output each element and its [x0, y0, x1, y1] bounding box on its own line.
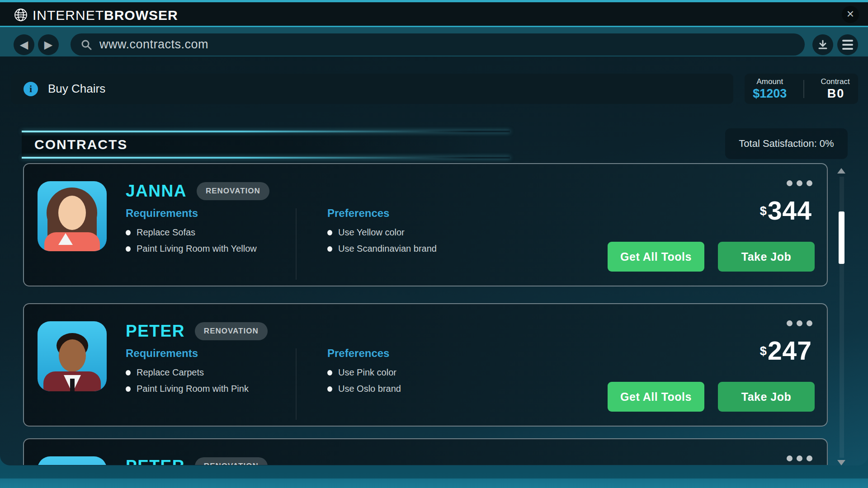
info-icon: i	[24, 82, 38, 96]
currency-symbol: $	[760, 344, 767, 358]
price-value: 344	[768, 196, 812, 225]
scroll-up-icon[interactable]	[837, 168, 845, 174]
scroll-down-icon[interactable]	[837, 460, 845, 465]
preference-item: Use Yellow color	[327, 227, 405, 238]
forward-button[interactable]: ▶	[38, 34, 59, 55]
band-glow-top	[22, 131, 510, 132]
client-name: PETER	[126, 322, 185, 341]
contract-card-peter: PETER RENOVATION Requirements Replace Ca…	[23, 303, 828, 427]
ellipsis-icon[interactable]	[787, 320, 812, 326]
titlebar: INTERNETBROWSER ×	[0, 2, 868, 26]
browser-title: INTERNETBROWSER	[33, 8, 178, 23]
currency-symbol: $	[760, 204, 767, 218]
wallet-contract: Contract B0	[821, 77, 849, 101]
menu-icon	[842, 40, 853, 50]
wallet-divider	[803, 80, 804, 98]
back-button[interactable]: ◀	[14, 34, 34, 55]
get-all-tools-button[interactable]: Get All Tools	[608, 382, 704, 412]
requirements-title: Requirements	[126, 347, 198, 360]
client-name: PETER	[126, 457, 185, 465]
contracts-header-band: CONTRACTS	[22, 131, 510, 159]
globe-icon	[14, 8, 28, 22]
objective-label: Buy Chairs	[48, 82, 105, 96]
amount-label: Amount	[753, 77, 787, 86]
take-job-button[interactable]: Take Job	[718, 242, 815, 272]
amount-value: $1203	[753, 87, 787, 101]
card-column-divider	[296, 208, 297, 280]
requirement-item: Replace Carpets	[126, 367, 204, 378]
close-icon[interactable]: ×	[842, 6, 859, 23]
browser-title-bold: BROWSER	[104, 8, 178, 23]
url-text: www.contracts.com	[99, 38, 208, 52]
requirement-item: Paint Living Room with Yellow	[126, 244, 257, 254]
avatar	[38, 181, 107, 251]
forward-icon: ▶	[44, 38, 52, 51]
contract-type-badge: RENOVATION	[195, 457, 268, 465]
price-value: 247	[768, 336, 812, 365]
contract-type-badge: RENOVATION	[195, 322, 268, 340]
ellipsis-icon[interactable]	[787, 180, 812, 186]
preferences-title: Preferences	[327, 207, 389, 220]
search-icon	[80, 39, 92, 51]
avatar	[38, 321, 107, 391]
contract-value-row: B0	[821, 87, 849, 101]
band-glow-bottom	[22, 157, 510, 159]
bitcoin-icon: B	[827, 87, 837, 101]
preference-item: Use Pink color	[327, 367, 396, 378]
card-column-divider	[296, 348, 297, 420]
browser-navbar: ◀ ▶ www.contracts.com	[0, 27, 868, 56]
contract-price: $247	[760, 336, 812, 366]
browser-title-regular: INTERNET	[33, 8, 104, 23]
contract-card-peter-2: PETER RENOVATION	[23, 438, 828, 465]
contract-label: Contract	[821, 77, 849, 86]
download-icon	[817, 39, 828, 50]
page-title: CONTRACTS	[34, 137, 127, 152]
contract-card-janna: JANNA RENOVATION Requirements Replace So…	[23, 163, 828, 286]
requirement-item: Paint Living Room with Pink	[126, 384, 249, 394]
client-name: JANNA	[126, 182, 187, 201]
wallet-panel: Amount $1203 Contract B0	[745, 74, 858, 104]
preference-item: Use Oslo brand	[327, 384, 401, 394]
get-all-tools-button[interactable]: Get All Tools	[608, 242, 704, 272]
requirement-item: Replace Sofas	[126, 227, 195, 238]
menu-button[interactable]	[837, 34, 858, 55]
contracts-list: JANNA RENOVATION Requirements Replace So…	[0, 163, 868, 465]
objective-bar: i Buy Chairs	[11, 74, 733, 104]
page-content: i Buy Chairs Amount $1203 Contract B0 CO…	[0, 56, 868, 465]
preference-item: Use Scandinavian brand	[327, 244, 437, 254]
preferences-title: Preferences	[327, 347, 389, 360]
wallet-amount: Amount $1203	[753, 77, 787, 101]
back-icon: ◀	[20, 38, 28, 51]
contract-type-badge: RENOVATION	[197, 182, 269, 200]
requirements-title: Requirements	[126, 207, 198, 220]
ellipsis-icon[interactable]	[787, 455, 812, 461]
avatar	[38, 456, 107, 465]
contract-price: $344	[760, 196, 812, 225]
download-button[interactable]	[812, 34, 833, 55]
contract-value: 0	[837, 87, 844, 101]
url-bar[interactable]: www.contracts.com	[71, 33, 805, 56]
take-job-button[interactable]: Take Job	[718, 382, 815, 412]
scrollbar-thumb[interactable]	[839, 211, 844, 264]
total-satisfaction-badge: Total Satisfaction: 0%	[725, 128, 848, 159]
